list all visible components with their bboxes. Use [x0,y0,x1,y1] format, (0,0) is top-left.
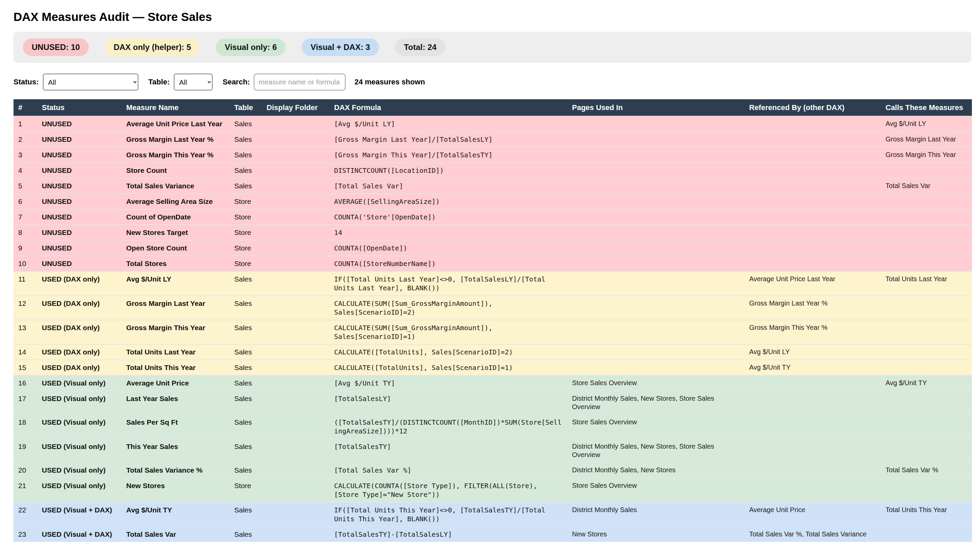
display-folder-cell [262,147,329,163]
pages-used-in-cell [567,320,744,344]
row-number-cell: 22 [13,502,37,527]
table-row: 12USED (DAX only)Gross Margin Last YearS… [13,296,972,320]
row-number-cell: 12 [13,296,37,320]
row-number-cell: 4 [13,163,37,178]
referenced-by-cell [744,463,881,478]
status-cell: USED (DAX only) [37,360,122,375]
table-row: 15USED (DAX only)Total Units This YearSa… [13,360,972,375]
page-content: DAX Measures Audit — Store Sales UNUSED:… [0,10,980,542]
dax-formula-cell: IF([Total Units Last Year]<>0, [TotalSal… [329,271,567,296]
column-header-referenced-by: Referenced By (other DAX) [744,99,881,116]
pages-used-in-cell [567,194,744,209]
filter-bar: Status: All Table: All Search: 24 measur… [13,73,971,90]
column-header-table: Table [229,99,262,116]
calls-these-measures-cell: Total Units Last Year [881,271,972,296]
display-folder-cell [262,375,329,391]
row-number-cell: 15 [13,360,37,375]
calls-these-measures-cell [881,527,972,542]
calls-these-measures-cell [881,163,972,178]
pages-used-in-cell: District Monthly Sales, New Stores, Stor… [567,391,744,415]
table-row: 14USED (DAX only)Total Units Last YearSa… [13,344,972,360]
table-row: 10UNUSEDTotal StoresStoreCOUNTA([StoreNu… [13,256,972,271]
calls-these-measures-cell [881,415,972,439]
row-number-cell: 8 [13,225,37,240]
table-name-cell: Sales [229,527,262,542]
table-row: 3UNUSEDGross Margin This Year %Sales[Gro… [13,147,972,163]
pages-used-in-cell [567,147,744,163]
pages-used-in-cell: New Stores [567,527,744,542]
status-cell: USED (Visual only) [37,391,122,415]
dax-formula-cell: COUNTA('Store'[OpenDate]) [329,209,567,225]
table-name-cell: Sales [229,375,262,391]
table-name-cell: Sales [229,415,262,439]
measures-table: # Status Measure Name Table Display Fold… [13,99,972,542]
referenced-by-cell [744,194,881,209]
table-name-cell: Sales [229,320,262,344]
referenced-by-cell [744,240,881,256]
status-cell: USED (Visual + DAX) [37,502,122,527]
table-row: 21USED (Visual only)New StoresStoreCALCU… [13,478,972,502]
dax-formula-cell: [Avg $/Unit TY] [329,375,567,391]
measure-name-cell: Store Count [122,163,229,178]
dax-formula-cell: [TotalSalesTY] [329,439,567,463]
display-folder-cell [262,527,329,542]
measure-name-cell: Gross Margin Last Year [122,296,229,320]
column-header-pages-used-in: Pages Used In [567,99,744,116]
dax-formula-cell: CALCULATE(COUNTA([Store Type]), FILTER(A… [329,478,567,502]
calls-these-measures-cell [881,360,972,375]
calls-these-measures-cell: Gross Margin This Year [881,147,972,163]
status-cell: USED (Visual only) [37,375,122,391]
referenced-by-cell: Avg $/Unit TY [744,360,881,375]
status-filter-select[interactable]: All [43,73,138,90]
dax-formula-cell: ([TotalSalesTY]/(DISTINCTCOUNT([MonthID]… [329,415,567,439]
row-number-cell: 11 [13,271,37,296]
calls-these-measures-cell [881,209,972,225]
calls-these-measures-cell [881,391,972,415]
dax-formula-cell: [Gross Margin Last Year]/[TotalSalesLY] [329,132,567,147]
pages-used-in-cell [567,132,744,147]
row-number-cell: 16 [13,375,37,391]
search-input[interactable] [254,73,346,90]
table-row: 4UNUSEDStore CountSalesDISTINCTCOUNT([Lo… [13,163,972,178]
calls-these-measures-cell [881,240,972,256]
status-cell: USED (DAX only) [37,344,122,360]
row-number-cell: 14 [13,344,37,360]
pages-used-in-cell [567,344,744,360]
table-row: 23USED (Visual + DAX)Total Sales VarSale… [13,527,972,542]
calls-these-measures-cell: Avg $/Unit LY [881,116,972,132]
row-number-cell: 17 [13,391,37,415]
display-folder-cell [262,225,329,240]
referenced-by-cell: Total Sales Var %, Total Sales Variance [744,527,881,542]
table-name-cell: Sales [229,147,262,163]
table-filter-select[interactable]: All [174,73,213,90]
referenced-by-cell [744,116,881,132]
dax-formula-cell: CALCULATE(SUM([Sum_GrossMarginAmount]), … [329,296,567,320]
dax-formula-cell: [Total Sales Var %] [329,463,567,478]
pages-used-in-cell [567,296,744,320]
measure-name-cell: Total Sales Var [122,527,229,542]
table-row: 20USED (Visual only)Total Sales Variance… [13,463,972,478]
status-cell: USED (DAX only) [37,296,122,320]
display-folder-cell [262,415,329,439]
measures-shown-count: 24 measures shown [354,78,425,86]
pages-used-in-cell: Store Sales Overview [567,415,744,439]
referenced-by-cell: Average Unit Price [744,502,881,527]
measure-name-cell: Gross Margin This Year % [122,147,229,163]
table-filter-label: Table: [148,78,170,86]
pages-used-in-cell [567,163,744,178]
column-header-calls-these-measures: Calls These Measures [881,99,972,116]
dax-formula-cell: [Avg $/Unit LY] [329,116,567,132]
table-name-cell: Sales [229,391,262,415]
pages-used-in-cell: District Monthly Sales, New Stores, Stor… [567,439,744,463]
table-name-cell: Sales [229,502,262,527]
row-number-cell: 9 [13,240,37,256]
display-folder-cell [262,132,329,147]
status-cell: USED (DAX only) [37,271,122,296]
display-folder-cell [262,502,329,527]
status-cell: UNUSED [37,194,122,209]
badge-dax-only: DAX only (helper): 5 [105,39,200,56]
row-number-cell: 5 [13,178,37,194]
pages-used-in-cell [567,225,744,240]
calls-these-measures-cell: Total Sales Var % [881,463,972,478]
table-name-cell: Sales [229,344,262,360]
